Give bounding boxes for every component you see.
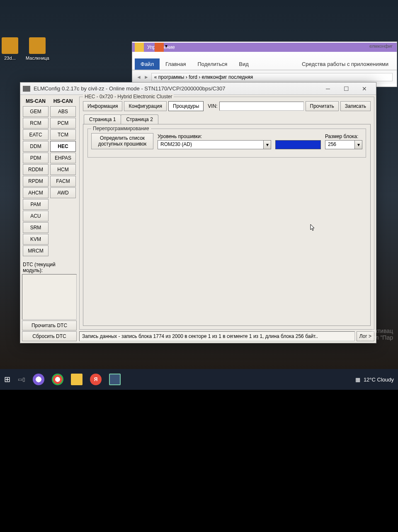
reprogramming-groupbox: Перепрограммирование Определить список д… — [87, 129, 366, 158]
close-button[interactable]: ✕ — [355, 83, 374, 95]
taskbar-chrome-icon[interactable] — [52, 374, 63, 385]
block-size-value: 256 — [325, 140, 355, 149]
module-acu[interactable]: ACU — [23, 211, 49, 221]
module-rcm[interactable]: RCM — [23, 118, 49, 129]
module-hec[interactable]: HEC — [50, 141, 76, 152]
hs-can-column: ABS PCM TCM HEC EHPAS HCM FACM AWD — [49, 106, 77, 257]
app-icon — [23, 86, 30, 92]
module-pdm[interactable]: PDM — [23, 153, 49, 163]
module-eatc[interactable]: EATC — [23, 129, 49, 140]
page-tab-2[interactable]: Страница 2 — [121, 114, 158, 124]
reprogramming-legend: Перепрограммирование — [91, 126, 151, 131]
chevron-down-icon[interactable]: ▾ — [264, 140, 271, 149]
window-title: ELMConfig 0.2.17c by civil-zz - Online m… — [34, 85, 225, 92]
hs-can-header: HS-CAN — [49, 97, 77, 106]
module-ddm[interactable]: DDM — [23, 141, 49, 152]
explorer-window: ▾ Управление елмконфиг Файл Главная Поде… — [132, 41, 397, 87]
vin-input[interactable] — [219, 102, 304, 111]
block-size-select[interactable]: 256 ▾ — [325, 140, 362, 149]
explorer-quick-access-toolbar: ▾ — [135, 43, 174, 52]
folder-icon — [135, 43, 144, 52]
nav-forward-icon[interactable]: ► — [144, 74, 149, 80]
desktop-icon-label: 23d... — [4, 56, 16, 61]
explorer-manage-sub-tab[interactable]: Средства работы с приложениями — [296, 58, 394, 70]
desktop-icon[interactable]: 23d... — [2, 37, 18, 61]
status-bar: Запись данных - запись блока 1774 из 200… — [79, 331, 355, 341]
block-size-label: Размер блока: — [325, 134, 362, 139]
desktop: 23d... Маслкница ▾ Управление елмконфиг … — [0, 0, 398, 390]
elmconfig-window: ELMConfig 0.2.17c by civil-zz - Online m… — [20, 82, 376, 343]
module-facm[interactable]: FACM — [50, 176, 76, 187]
taskbar-elmconfig-icon[interactable] — [109, 374, 121, 385]
write-button[interactable]: Записать — [340, 101, 371, 111]
news-icon[interactable]: ▦ — [355, 377, 360, 383]
detect-firmware-button[interactable]: Определить список доступных прошивок — [91, 133, 153, 149]
weather-widget[interactable]: 12°C Cloudy — [364, 377, 394, 383]
tab-info[interactable]: Информация — [83, 101, 122, 111]
module-srm[interactable]: SRM — [23, 222, 49, 233]
module-group-title: HEC - 0x720 - Hybrid Electronic Cluster — [83, 94, 174, 100]
tab-procedures[interactable]: Процедуры — [168, 101, 204, 111]
explorer-share-tab[interactable]: Поделиться — [192, 58, 233, 70]
module-ehpas[interactable]: EHPAS — [50, 153, 76, 163]
read-dtc-button[interactable]: Прочитать DTC — [22, 321, 77, 330]
explorer-file-menu[interactable]: Файл — [135, 58, 160, 70]
module-mrcm[interactable]: MRCM — [23, 245, 49, 256]
desktop-icon[interactable]: Маслкница — [26, 37, 49, 61]
taskbar-browser-icon[interactable] — [33, 374, 44, 385]
tab-config[interactable]: Конфигурация — [124, 101, 167, 111]
watermark-line1: Активац — [360, 328, 393, 334]
titlebar: ELMConfig 0.2.17c by civil-zz - Online m… — [20, 83, 376, 95]
dtc-label: DTC (текущий модуль): — [22, 261, 77, 274]
module-kvm[interactable]: KVM — [23, 234, 49, 245]
maximize-button[interactable]: ☐ — [337, 83, 355, 95]
firmware-select[interactable]: ROM230 (AD) ▾ — [158, 140, 271, 149]
desktop-icon-label: Маслкница — [26, 56, 49, 61]
explorer-ribbon: Файл Главная Поделиться Вид Средства раб… — [132, 52, 397, 70]
taskbar-explorer-icon[interactable] — [71, 374, 83, 385]
module-pcm[interactable]: PCM — [50, 118, 76, 129]
qat-button[interactable] — [145, 43, 154, 52]
module-pam[interactable]: PAM — [23, 199, 49, 210]
module-abs[interactable]: ABS — [50, 106, 76, 117]
dtc-panel: DTC (текущий модуль): — [22, 261, 77, 320]
qat-dropdown[interactable]: ▾ — [165, 43, 174, 52]
module-selector-pane: MS-CAN HS-CAN GEM RCM EATC DDM PDM RDDM … — [22, 97, 77, 341]
explorer-window-title: елмконфиг — [369, 44, 393, 49]
module-rddm[interactable]: RDDM — [23, 164, 49, 175]
firmware-level-label: Уровень прошивки: — [158, 134, 271, 139]
nav-back-icon[interactable]: ◄ — [136, 74, 141, 80]
file-icon — [29, 37, 46, 54]
detect-firmware-line2: доступных прошивок — [94, 141, 150, 147]
module-gem[interactable]: GEM — [23, 106, 49, 117]
progress-bar — [275, 140, 321, 149]
task-view-button[interactable]: ▭▯ — [18, 377, 25, 382]
module-tcm[interactable]: TCM — [50, 129, 76, 140]
ms-can-header: MS-CAN — [22, 97, 49, 106]
ms-can-column: GEM RCM EATC DDM PDM RDDM RPDM AHCM PAM … — [22, 106, 49, 257]
page-content: Перепрограммирование Определить список д… — [83, 124, 371, 326]
start-button[interactable]: ⊞ — [4, 375, 10, 384]
minimize-button[interactable]: ─ — [319, 83, 337, 95]
windows-activation-watermark: Активац раздел "Пар — [360, 328, 393, 341]
page-tab-1[interactable]: Страница 1 — [84, 114, 121, 124]
module-rpdm[interactable]: RPDM — [23, 176, 49, 187]
qat-button[interactable] — [155, 43, 164, 52]
detect-firmware-line1: Определить список — [94, 135, 150, 141]
vin-label: VIN: — [208, 103, 217, 109]
clear-dtc-button[interactable]: Сбросить DTC — [22, 331, 77, 341]
module-groupbox: HEC - 0x720 - Hybrid Electronic Cluster … — [79, 97, 374, 330]
firmware-selected-value: ROM230 (AD) — [158, 140, 264, 149]
taskbar-yandex-icon[interactable]: Я — [90, 374, 102, 385]
explorer-home-tab[interactable]: Главная — [160, 58, 192, 70]
module-ahcm[interactable]: AHCM — [23, 187, 49, 198]
dtc-list[interactable] — [22, 274, 77, 320]
breadcrumb[interactable]: « программы › ford › елмконфиг последняя — [151, 73, 393, 81]
main-content-pane: HEC - 0x720 - Hybrid Electronic Cluster … — [79, 97, 374, 341]
taskbar: ⊞ ▭▯ Я ▦ 12°C Cloudy — [0, 369, 398, 390]
module-hcm[interactable]: HCM — [50, 164, 76, 175]
read-button[interactable]: Прочитать — [306, 101, 339, 111]
explorer-view-tab[interactable]: Вид — [233, 58, 255, 70]
chevron-down-icon[interactable]: ▾ — [355, 140, 362, 149]
module-awd[interactable]: AWD — [50, 187, 76, 198]
